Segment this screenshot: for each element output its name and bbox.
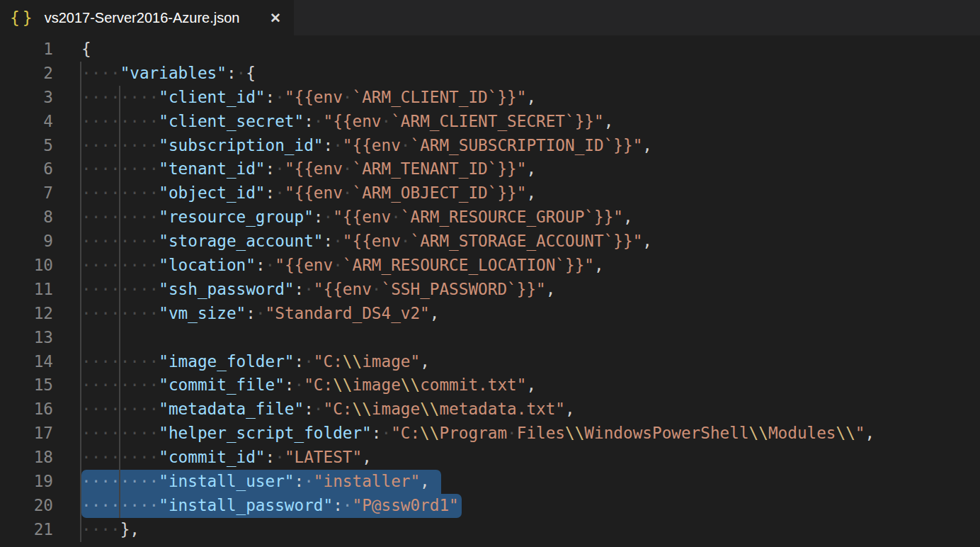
code-line-17[interactable]: 17········"helper_script_folder":·"C:\\P… bbox=[0, 422, 980, 446]
code-token: "{{env bbox=[314, 280, 372, 298]
whitespace-dots: · bbox=[304, 352, 314, 371]
code-token: "subscription_id" bbox=[159, 136, 323, 154]
code-token: : bbox=[314, 208, 324, 226]
line-number[interactable]: 8 bbox=[0, 205, 53, 230]
line-number[interactable]: 12 bbox=[0, 302, 53, 326]
line-number[interactable]: 6 bbox=[0, 157, 53, 181]
code-line-18[interactable]: 18········"commit_id":·"LATEST", bbox=[0, 446, 980, 470]
code-line-15[interactable]: 15········"commit_file":·"C:\\image\\com… bbox=[0, 373, 980, 397]
whitespace-dots: · bbox=[381, 112, 391, 130]
whitespace-dots: · bbox=[381, 424, 391, 442]
code-token: "{{env bbox=[285, 184, 343, 202]
code-token: "image_folder" bbox=[159, 352, 294, 371]
code-token: "{{env bbox=[343, 232, 401, 250]
line-number[interactable]: 5 bbox=[0, 134, 53, 158]
line-number[interactable]: 16 bbox=[0, 397, 53, 422]
code-line-2[interactable]: 2····"variables":·{ bbox=[0, 62, 980, 86]
line-number[interactable]: 14 bbox=[0, 350, 53, 374]
code-token: "helper_script_folder" bbox=[159, 424, 372, 442]
whitespace-dots: ········ bbox=[81, 136, 159, 154]
line-number[interactable]: 20 bbox=[0, 494, 53, 518]
code-token: \\ bbox=[343, 352, 362, 371]
code-token: , bbox=[642, 136, 652, 154]
whitespace-dots: · bbox=[266, 256, 275, 274]
line-number[interactable]: 2 bbox=[0, 62, 53, 86]
line-number[interactable]: 4 bbox=[0, 110, 53, 134]
line-number[interactable]: 10 bbox=[0, 254, 53, 278]
code-token: : bbox=[324, 232, 334, 250]
code-line-3[interactable]: 3········"client_id":·"{{env·`ARM_CLIENT… bbox=[0, 86, 980, 110]
whitespace-dots: · bbox=[401, 232, 411, 250]
code-token: { bbox=[246, 64, 256, 82]
whitespace-dots: · bbox=[333, 136, 343, 154]
whitespace-dots: ········ bbox=[81, 208, 159, 226]
code-token: `ARM_OBJECT_ID`}}" bbox=[353, 184, 527, 202]
whitespace-dots: · bbox=[314, 112, 324, 130]
line-number[interactable]: 15 bbox=[0, 373, 53, 397]
whitespace-dots: · bbox=[507, 424, 517, 442]
code-token: "{{env bbox=[285, 88, 343, 106]
code-line-9[interactable]: 9········"storage_account":·"{{env·`ARM_… bbox=[0, 230, 980, 254]
code-token: : bbox=[304, 400, 314, 418]
line-number[interactable]: 1 bbox=[0, 38, 53, 62]
code-token: : bbox=[333, 496, 343, 514]
code-token: "C: bbox=[391, 424, 420, 442]
code-line-4[interactable]: 4········"client_secret":·"{{env·`ARM_CL… bbox=[0, 110, 980, 134]
code-token: , bbox=[420, 472, 430, 490]
code-line-8[interactable]: 8········"resource_group":·"{{env·`ARM_R… bbox=[0, 205, 980, 230]
code-line-12[interactable]: 12········"vm_size":·"Standard_DS4_v2", bbox=[0, 302, 980, 326]
code-line-1[interactable]: 1{ bbox=[0, 38, 980, 62]
code-token: `ARM_TENANT_ID`}}" bbox=[353, 159, 527, 178]
line-number[interactable]: 11 bbox=[0, 278, 53, 302]
code-line-7[interactable]: 7········"object_id":·"{{env·`ARM_OBJECT… bbox=[0, 181, 980, 205]
whitespace-dots: · bbox=[275, 159, 285, 178]
code-editor[interactable]: 1{2····"variables":·{3········"client_id… bbox=[0, 35, 980, 547]
line-number[interactable]: 21 bbox=[0, 518, 53, 542]
code-token: : bbox=[295, 280, 304, 298]
code-line-16[interactable]: 16········"metadata_file":·"C:\\image\\m… bbox=[0, 397, 980, 422]
code-token: , bbox=[565, 400, 575, 418]
line-number[interactable]: 17 bbox=[0, 422, 53, 446]
code-token: image bbox=[372, 400, 420, 418]
line-number[interactable]: 18 bbox=[0, 446, 53, 470]
code-line-13[interactable]: 13 bbox=[0, 326, 980, 350]
line-number[interactable]: 3 bbox=[0, 86, 53, 110]
whitespace-dots: ········ bbox=[81, 424, 159, 442]
line-number[interactable]: 13 bbox=[0, 326, 53, 350]
code-token: `SSH_PASSWORD`}}" bbox=[382, 280, 546, 298]
code-token: "client_id" bbox=[159, 88, 265, 106]
code-token: "storage_account" bbox=[159, 232, 323, 250]
code-token: "commit_file" bbox=[159, 376, 285, 394]
code-line-21[interactable]: 21····}, bbox=[0, 518, 980, 542]
code-token: `ARM_CLIENT_ID`}}" bbox=[353, 88, 527, 106]
code-token: : bbox=[266, 448, 275, 466]
whitespace-dots: ········ bbox=[81, 304, 159, 322]
code-token: "installer" bbox=[314, 472, 420, 490]
line-number[interactable]: 9 bbox=[0, 230, 53, 254]
code-token: "object_id" bbox=[159, 184, 265, 202]
code-token: : bbox=[304, 112, 314, 130]
code-line-5[interactable]: 5········"subscription_id":·"{{env·`ARM_… bbox=[0, 134, 980, 158]
whitespace-dots: · bbox=[275, 88, 285, 106]
code-token: \\ bbox=[353, 400, 372, 418]
whitespace-dots: · bbox=[343, 184, 353, 202]
code-line-10[interactable]: 10········"location":·"{{env·`ARM_RESOUR… bbox=[0, 254, 980, 278]
tab-vs2017-server2016-azure-json[interactable]: {} vs2017-Server2016-Azure.json ✕ bbox=[0, 0, 294, 35]
code-line-6[interactable]: 6········"tenant_id":·"{{env·`ARM_TENANT… bbox=[0, 157, 980, 181]
code-token: : bbox=[295, 472, 304, 490]
code-line-14[interactable]: 14········"image_folder":·"C:\\image", bbox=[0, 350, 980, 374]
code-token: Program bbox=[439, 424, 507, 442]
code-token: : bbox=[256, 256, 266, 274]
code-token: "resource_group" bbox=[159, 208, 314, 226]
tab-close-icon[interactable]: ✕ bbox=[270, 11, 281, 25]
code-line-11[interactable]: 11········"ssh_password":·"{{env·`SSH_PA… bbox=[0, 278, 980, 302]
json-file-icon: {} bbox=[10, 9, 35, 27]
line-number[interactable]: 7 bbox=[0, 181, 53, 205]
code-token: , bbox=[430, 304, 440, 322]
code-line-19[interactable]: 19········"install_user":·"installer", bbox=[0, 470, 980, 494]
whitespace-dots: · bbox=[237, 64, 246, 82]
line-number[interactable]: 19 bbox=[0, 470, 53, 494]
code-line-20[interactable]: 20········"install_password":·"P@ssw0rd1… bbox=[0, 494, 980, 518]
whitespace-dots: · bbox=[372, 280, 382, 298]
code-token: "location" bbox=[159, 256, 256, 274]
